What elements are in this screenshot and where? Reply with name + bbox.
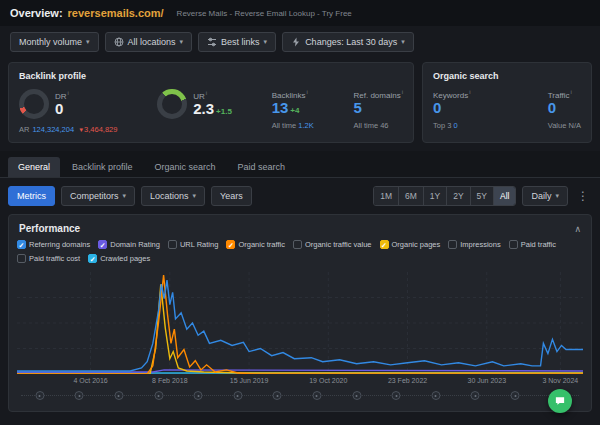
section-tabs: General Backlink profile Organic search … [0, 151, 600, 178]
changes-label: Changes: Last 30 days [305, 37, 397, 47]
kebab-menu-icon[interactable]: ⋮ [574, 189, 592, 203]
checkbox-icon: ✓ [17, 240, 26, 249]
checkbox-url-rating[interactable]: URL Rating [168, 240, 219, 249]
performance-chart[interactable] [17, 272, 583, 374]
timeline-marker[interactable] [114, 391, 123, 400]
best-links-dropdown[interactable]: Best links ▾ [198, 32, 276, 52]
ref-domains-alltime-label: All time [354, 121, 379, 130]
locations-dropdown[interactable]: Locations ▾ [141, 186, 205, 206]
checkbox-organic-traffic-value[interactable]: Organic traffic value [293, 240, 372, 249]
checkbox-paid-traffic-cost[interactable]: Paid traffic cost [17, 254, 80, 263]
checkbox-label: Paid traffic [521, 240, 556, 249]
keywords-value[interactable]: 0 [433, 100, 470, 117]
caret-down-icon: ▾ [123, 192, 127, 200]
lightning-icon [291, 37, 301, 47]
toolbar: Monthly volume ▾ All locations ▾ Best li… [0, 26, 600, 58]
series-referring-domains [17, 280, 583, 371]
timeline-marker[interactable] [75, 391, 84, 400]
timeline-marker[interactable] [352, 391, 361, 400]
ar-label: AR [19, 125, 29, 134]
x-axis-label: 30 Jun 2023 [467, 377, 506, 384]
caret-down-icon: ▾ [401, 38, 405, 46]
granularity-label: Daily [531, 191, 551, 201]
ar-rank: AR124,324,204▼3,464,829 [19, 125, 117, 134]
backlink-profile-title: Backlink profile [19, 71, 403, 81]
checkbox-crawled-pages[interactable]: ✓Crawled pages [88, 254, 150, 263]
caret-down-icon: ▾ [555, 192, 559, 200]
locations-label: Locations [150, 191, 189, 201]
checkbox-label: Organic pages [392, 240, 441, 249]
checkbox-referring-domains[interactable]: ✓Referring domains [17, 240, 90, 249]
checkbox-icon: ✓ [226, 240, 235, 249]
domain-link[interactable]: reversemails.com/ [68, 7, 164, 19]
traffic-value[interactable]: 0 [548, 100, 581, 117]
timeline-marker[interactable] [35, 391, 44, 400]
checkbox-icon [293, 240, 302, 249]
metric-cards: Backlink profile DRi 0 AR124,324,204▼3,4… [0, 58, 600, 151]
checkbox-impressions[interactable]: Impressions [448, 240, 500, 249]
info-icon: i [206, 90, 207, 96]
chat-bubble-icon [554, 395, 566, 407]
x-axis-label: 3 Nov 2024 [542, 377, 578, 384]
checkbox-organic-pages[interactable]: ✓Organic pages [380, 240, 441, 249]
checkbox-label: Organic traffic [238, 240, 285, 249]
keywords-top3-value[interactable]: 0 [453, 121, 457, 130]
monthly-volume-label: Monthly volume [19, 37, 82, 47]
metrics-button[interactable]: Metrics [8, 186, 55, 206]
range-1m[interactable]: 1M [374, 187, 398, 205]
granularity-dropdown[interactable]: Daily ▾ [522, 186, 568, 206]
x-axis-label: 4 Oct 2016 [73, 377, 107, 384]
tab-paid-search[interactable]: Paid search [228, 157, 296, 177]
checkbox-domain-rating[interactable]: ✓Domain Rating [98, 240, 160, 249]
ur-delta: +1.5 [216, 107, 232, 116]
backlinks-alltime-value[interactable]: 1.2K [298, 121, 313, 130]
timeline-marker[interactable] [233, 391, 242, 400]
tab-organic-search[interactable]: Organic search [145, 157, 226, 177]
ar-delta-value: 3,464,829 [84, 125, 117, 134]
range-1y[interactable]: 1Y [423, 187, 446, 205]
range-2y[interactable]: 2Y [446, 187, 469, 205]
competitors-dropdown[interactable]: Competitors ▾ [61, 186, 135, 206]
timeline-marker[interactable] [392, 391, 401, 400]
timeline-marker[interactable] [194, 391, 203, 400]
x-axis-label: 19 Oct 2020 [309, 377, 347, 384]
range-all[interactable]: All [493, 187, 515, 205]
checkbox-label: Impressions [460, 240, 500, 249]
checkbox-organic-traffic[interactable]: ✓Organic traffic [226, 240, 285, 249]
chart-area: 4 Oct 2016 8 Feb 2018 15 Jun 2019 19 Oct… [9, 268, 591, 411]
timeline-marker[interactable] [431, 391, 440, 400]
x-axis-labels: 4 Oct 2016 8 Feb 2018 15 Jun 2019 19 Oct… [17, 377, 583, 386]
caret-down-icon: ▾ [86, 38, 90, 46]
timeline-marker[interactable] [154, 391, 163, 400]
changes-dropdown[interactable]: Changes: Last 30 days ▾ [282, 32, 414, 52]
checkbox-paid-traffic[interactable]: Paid traffic [509, 240, 556, 249]
timeline-marker[interactable] [511, 391, 520, 400]
tab-backlink-profile[interactable]: Backlink profile [62, 157, 143, 177]
collapse-icon[interactable]: ∧ [574, 224, 581, 234]
ref-domains-alltime-value: 46 [380, 121, 388, 130]
years-button[interactable]: Years [211, 186, 252, 206]
checkbox-label: Organic traffic value [305, 240, 372, 249]
range-5y[interactable]: 5Y [470, 187, 493, 205]
filter-bar: Metrics Competitors ▾ Locations ▾ Years … [0, 178, 600, 214]
x-axis-label: 8 Feb 2018 [152, 377, 187, 384]
all-locations-dropdown[interactable]: All locations ▾ [105, 32, 193, 52]
best-links-label: Best links [221, 37, 260, 47]
range-6m[interactable]: 6M [398, 187, 423, 205]
checkbox-label: URL Rating [180, 240, 219, 249]
timeline-marker[interactable] [273, 391, 282, 400]
performance-title: Performance [19, 223, 80, 234]
monthly-volume-dropdown[interactable]: Monthly volume ▾ [10, 32, 99, 52]
series-organic-traffic [17, 275, 583, 374]
ref-domains-value[interactable]: 5 [354, 100, 403, 117]
page-title: Overview: [10, 7, 63, 19]
ar-value[interactable]: 124,324,204 [32, 125, 74, 134]
checkbox-label: Paid traffic cost [29, 254, 80, 263]
chat-button[interactable] [548, 389, 572, 413]
backlinks-value[interactable]: 13 [272, 99, 289, 116]
backlinks-delta: +4 [290, 106, 299, 115]
traffic-value-amount: N/A [568, 121, 581, 130]
timeline-marker[interactable] [471, 391, 480, 400]
timeline-marker[interactable] [312, 391, 321, 400]
tab-general[interactable]: General [8, 157, 60, 177]
